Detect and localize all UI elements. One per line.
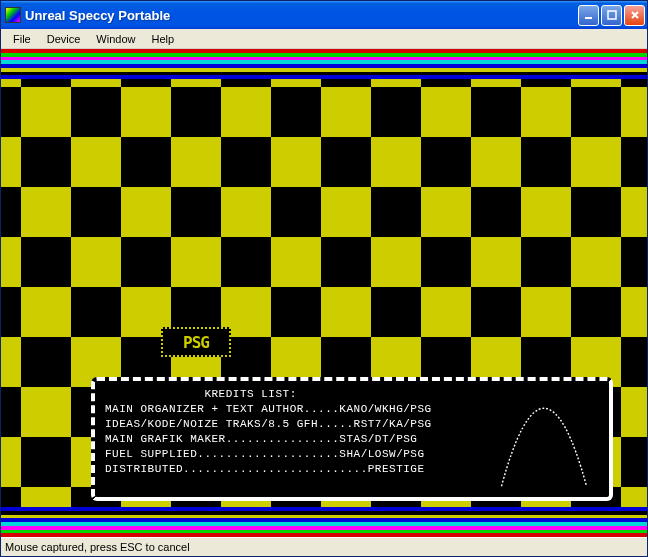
menu-device[interactable]: Device [39, 31, 89, 47]
border-stripes-bottom [1, 507, 647, 537]
app-icon [5, 7, 21, 23]
titlebar[interactable]: Unreal Speccy Portable [1, 1, 647, 29]
status-text: Mouse captured, press ESC to cancel [5, 541, 190, 553]
psg-logo: PSG [161, 327, 231, 357]
border-stripes-top [1, 49, 647, 79]
maximize-button[interactable] [601, 5, 622, 26]
credits-panel: KREDITS LIST: MAIN ORGANIZER + TEXT AUTH… [91, 377, 613, 501]
close-button[interactable] [624, 5, 645, 26]
credits-arc-graphic [489, 387, 599, 491]
psg-logo-text: PSG [183, 333, 209, 352]
window-buttons [578, 5, 645, 26]
emulator-viewport[interactable]: PSG KREDITS LIST: MAIN ORGANIZER + TEXT … [1, 49, 647, 537]
minimize-button[interactable] [578, 5, 599, 26]
credits-text: KREDITS LIST: MAIN ORGANIZER + TEXT AUTH… [105, 387, 489, 491]
statusbar: Mouse captured, press ESC to cancel [1, 537, 647, 556]
window-title: Unreal Speccy Portable [25, 8, 578, 23]
menu-file[interactable]: File [5, 31, 39, 47]
menu-help[interactable]: Help [143, 31, 182, 47]
menubar: File Device Window Help [1, 29, 647, 49]
app-window: Unreal Speccy Portable File Device Windo… [0, 0, 648, 557]
menu-window[interactable]: Window [88, 31, 143, 47]
svg-rect-0 [585, 17, 592, 19]
svg-rect-1 [608, 11, 616, 19]
